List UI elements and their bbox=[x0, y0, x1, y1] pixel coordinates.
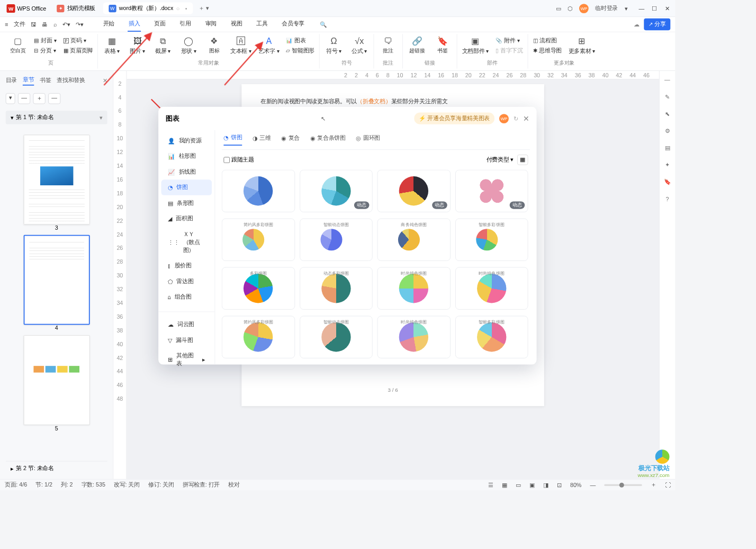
chart-template-card[interactable]: 商务纯色饼图 bbox=[377, 219, 451, 261]
subtype-pie[interactable]: ◔ 饼图 bbox=[223, 134, 242, 146]
tab-document[interactable]: W word教程（新）.docx ○ • bbox=[103, 2, 193, 14]
annotate-button[interactable]: 🗨批注 bbox=[379, 36, 398, 55]
table-button[interactable]: ▦表格 ▾ bbox=[103, 36, 122, 56]
chart-template-card[interactable]: 智能动态饼图 bbox=[300, 219, 373, 261]
rail-wand-icon[interactable]: ✦ bbox=[665, 161, 670, 168]
tab-add-button[interactable]: ＋ ▾ bbox=[194, 2, 213, 14]
navtab-bookmarks[interactable]: 书签 bbox=[40, 77, 51, 85]
headerfooter-button[interactable]: ▦ 页眉页脚 bbox=[64, 46, 93, 56]
textbox-button[interactable]: 🄰文本框 ▾ bbox=[230, 36, 251, 56]
cat-other[interactable]: ⊞ 其他图表 ▸ bbox=[161, 348, 212, 372]
tab-template[interactable]: ✦ 找稻壳模板 bbox=[51, 2, 101, 14]
cat-pie[interactable]: ◔ 饼图 bbox=[161, 179, 212, 195]
tab-page[interactable]: 页面 bbox=[153, 17, 166, 32]
rail-layers-icon[interactable]: ▤ bbox=[665, 145, 670, 151]
smartart-button[interactable]: ▱ 智能图形 bbox=[286, 46, 314, 56]
cat-stock[interactable]: ⫿ 股价图 bbox=[161, 258, 212, 274]
window-close-button[interactable]: ✕ bbox=[665, 5, 670, 12]
menu-icon[interactable]: ≡ bbox=[5, 21, 8, 28]
refresh-icon[interactable]: ↻ bbox=[514, 115, 518, 122]
follow-theme-checkbox[interactable]: 跟随主题 bbox=[223, 156, 254, 164]
chart-template-card[interactable]: 动态 bbox=[455, 170, 528, 212]
cat-xy[interactable]: ⋮⋮ ＸＹ（散点图） bbox=[161, 227, 212, 258]
vip-banner[interactable]: ⚡ 开通会员享海量精美图表 bbox=[414, 113, 494, 124]
view-mode-icon[interactable]: ▣ bbox=[529, 482, 535, 489]
pagenum-button[interactable]: 🄿 页码 ▾ bbox=[64, 36, 93, 46]
attachment-button[interactable]: 📎 附件 ▾ bbox=[496, 36, 523, 46]
dialog-avatar[interactable]: WP bbox=[499, 114, 509, 123]
screenshot-button[interactable]: ⧉截屏 ▾ bbox=[154, 36, 173, 56]
page-thumb-3[interactable]: 3 bbox=[23, 135, 89, 231]
view-mode-icon[interactable]: ☰ bbox=[488, 482, 493, 489]
nav-expand-button[interactable]: ▾ bbox=[6, 93, 15, 104]
undo-icon[interactable]: ↶▾ bbox=[62, 21, 70, 28]
rail-select-icon[interactable]: ⬉ bbox=[665, 111, 670, 118]
status-page[interactable]: 页面: 4/6 bbox=[5, 481, 27, 489]
chart-template-card[interactable]: 多彩饼图 bbox=[222, 267, 295, 310]
zoom-level[interactable]: 80% bbox=[570, 482, 581, 489]
bookmark-button[interactable]: 🔖书签 bbox=[433, 36, 452, 55]
share-button[interactable]: ↗ 分享 bbox=[644, 19, 670, 30]
status-proof[interactable]: 校对 bbox=[228, 481, 239, 489]
chart-template-card[interactable] bbox=[222, 170, 295, 212]
tab-reference[interactable]: 引用 bbox=[179, 17, 192, 32]
tab-insert[interactable]: 插入 bbox=[128, 17, 141, 32]
login-text[interactable]: 临时登录 bbox=[595, 4, 618, 12]
rail-help-icon[interactable]: ? bbox=[665, 196, 669, 203]
navtab-sections[interactable]: 章节 bbox=[23, 76, 34, 86]
tab-start[interactable]: 开始 bbox=[102, 17, 115, 32]
nav-plus-button[interactable]: ＋ bbox=[33, 93, 46, 104]
chart-template-card[interactable]: 动态多彩饼图 bbox=[300, 267, 373, 310]
search-icon[interactable]: 🔍 bbox=[320, 21, 327, 28]
navtab-toc[interactable]: 目录 bbox=[6, 77, 17, 85]
chart-template-card[interactable]: 动态 bbox=[377, 170, 451, 212]
more-assets-button[interactable]: ⊞更多素材 ▾ bbox=[569, 36, 596, 56]
cat-area[interactable]: ◢ 面积图 bbox=[161, 211, 212, 226]
rail-pen-icon[interactable]: ✎ bbox=[665, 94, 670, 101]
chart-template-card[interactable]: 时尚纯色饼图 bbox=[377, 316, 451, 358]
cat-wordcloud[interactable]: ☁ 词云图 bbox=[161, 317, 212, 332]
grid-view-icon[interactable]: ▦ bbox=[517, 155, 528, 165]
save-icon[interactable]: 🖫 bbox=[31, 21, 37, 28]
navtab-findreplace[interactable]: 查找和替换 bbox=[57, 77, 85, 85]
zoom-slider[interactable] bbox=[604, 484, 642, 486]
tab-close-icon[interactable]: • bbox=[185, 5, 187, 12]
image-button[interactable]: 🖼图片 ▾ bbox=[128, 36, 147, 56]
view-mode-icon[interactable]: ▦ bbox=[502, 482, 507, 489]
pagebreak-button[interactable]: ⊟ 分页 ▾ bbox=[34, 46, 57, 56]
cat-funnel[interactable]: ▽ 漏斗图 bbox=[161, 332, 212, 348]
rail-bookmark-icon[interactable]: 🔖 bbox=[664, 179, 671, 186]
shape-button[interactable]: ◯形状 ▾ bbox=[179, 36, 198, 56]
subtype-barofpie[interactable]: ◉ 复合条饼图 bbox=[310, 134, 346, 146]
chart-template-card[interactable]: 时尚纯色饼图 bbox=[377, 267, 451, 310]
subtype-donut[interactable]: ◎ 圆环图 bbox=[356, 134, 380, 146]
nav-close-icon[interactable]: ✕ bbox=[103, 77, 107, 84]
section-2-header[interactable]: ▸ 第 2 节: 未命名 bbox=[6, 461, 107, 475]
print-icon[interactable]: 🖶 bbox=[42, 21, 48, 28]
view-mode-icon[interactable]: ▭ bbox=[516, 482, 521, 489]
nav-remove-button[interactable]: — bbox=[48, 93, 60, 104]
formula-button[interactable]: √x公式 ▾ bbox=[350, 36, 369, 56]
cloud-icon[interactable]: ☁ bbox=[634, 21, 640, 28]
tab-review[interactable]: 审阅 bbox=[204, 17, 218, 32]
wordart-button[interactable]: A艺术字 ▾ bbox=[258, 36, 280, 56]
subtype-3d[interactable]: ◑ 三维 bbox=[253, 134, 271, 146]
fullscreen-icon[interactable]: ⛶ bbox=[665, 482, 671, 489]
view-mode-icon[interactable]: ◨ bbox=[543, 482, 548, 489]
hyperlink-button[interactable]: 🔗超链接 bbox=[408, 36, 427, 55]
page-thumb-5[interactable]: 5 bbox=[23, 335, 89, 431]
cat-hbar[interactable]: ▤ 条形图 bbox=[161, 195, 212, 211]
price-filter[interactable]: 付费类型 ▾ bbox=[487, 156, 514, 164]
chart-template-card[interactable]: 智能多彩饼图 bbox=[455, 219, 528, 261]
subtype-composite[interactable]: ◉ 复合 bbox=[281, 134, 300, 146]
avatar[interactable]: WP bbox=[579, 4, 589, 13]
section-1-header[interactable]: ▾ 第 1 节: 未命名▾ bbox=[6, 111, 107, 124]
mindmap-button[interactable]: ✱ 思维导图 bbox=[533, 46, 562, 56]
icon-button[interactable]: ❖图标 bbox=[205, 36, 224, 56]
tab-tools[interactable]: 工具 bbox=[255, 17, 268, 32]
docparts-button[interactable]: ▣文档部件 ▾ bbox=[462, 36, 489, 56]
blank-page-button[interactable]: ▢空白页 bbox=[8, 36, 28, 56]
tab-vip[interactable]: 会员专享 bbox=[281, 17, 305, 32]
nav-minus-button[interactable]: — bbox=[18, 93, 30, 104]
zoom-out-button[interactable]: — bbox=[590, 482, 596, 489]
